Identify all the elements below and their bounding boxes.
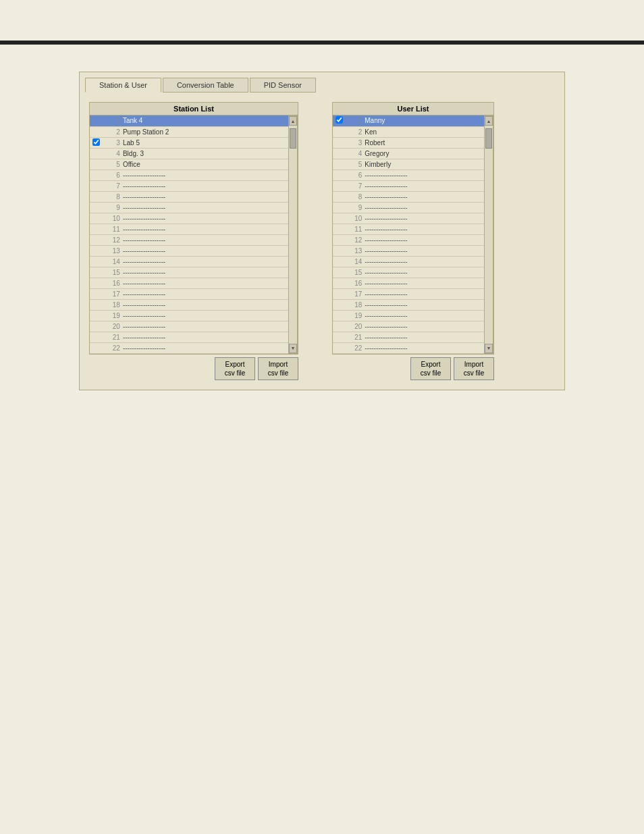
station-row-9[interactable]: 9-------------------: [90, 202, 288, 213]
user-row-9[interactable]: 9-------------------: [333, 202, 484, 213]
user-scroll-down[interactable]: ▼: [485, 344, 493, 353]
user-row-14[interactable]: 14-------------------: [333, 256, 484, 267]
station-scroll-track: [289, 126, 297, 344]
user-row-num-21: 21: [346, 332, 363, 342]
user-row-num-10: 10: [346, 213, 363, 224]
user-row-20[interactable]: 20-------------------: [333, 321, 484, 332]
station-scroll-up[interactable]: ▲: [289, 116, 297, 126]
user-row-10[interactable]: 10-------------------: [333, 213, 484, 224]
station-row-13[interactable]: 13-------------------: [90, 245, 288, 256]
user-buttons: Exportcsv file Importcsv file: [332, 357, 494, 380]
user-checkbox-cell-1: [333, 115, 346, 126]
user-row-name-11: -------------------: [363, 224, 484, 234]
user-row-5[interactable]: 5Kimberly: [333, 159, 484, 170]
station-row-name-19: -------------------: [122, 310, 288, 321]
station-row-12[interactable]: 12-------------------: [90, 234, 288, 245]
user-row-4[interactable]: 4Gregory: [333, 148, 484, 159]
user-row-7[interactable]: 7-------------------: [333, 180, 484, 191]
station-row-21[interactable]: 21-------------------: [90, 332, 288, 342]
user-row-13[interactable]: 13-------------------: [333, 245, 484, 256]
station-row-5[interactable]: 5Office: [90, 159, 288, 170]
user-row-17[interactable]: 17-------------------: [333, 288, 484, 299]
station-list-body: 1Tank 42Pump Station 23Lab 54Bldg. 35Off…: [90, 115, 298, 354]
user-row-6[interactable]: 6-------------------: [333, 170, 484, 180]
user-row-18[interactable]: 18-------------------: [333, 299, 484, 310]
user-checkbox-cell-7: [333, 180, 346, 191]
user-row-11[interactable]: 11-------------------: [333, 224, 484, 234]
station-row-6[interactable]: 6-------------------: [90, 170, 288, 180]
station-row-7[interactable]: 7-------------------: [90, 180, 288, 191]
user-checkbox-cell-15: [333, 267, 346, 278]
user-import-button[interactable]: Importcsv file: [454, 357, 494, 380]
station-checkbox-cell-6: [90, 170, 103, 180]
station-row-num-15: 15: [103, 267, 122, 278]
station-row-22[interactable]: 22-------------------: [90, 342, 288, 353]
user-row-name-7: -------------------: [363, 180, 484, 191]
station-row-19[interactable]: 19-------------------: [90, 310, 288, 321]
station-row-8[interactable]: 8-------------------: [90, 191, 288, 202]
station-row-num-3: 3: [103, 137, 122, 148]
user-row-3[interactable]: 3Robert: [333, 137, 484, 148]
user-row-name-2: Ken: [363, 126, 484, 137]
user-scrollbar[interactable]: ▲ ▼: [484, 115, 493, 354]
station-row-16[interactable]: 16-------------------: [90, 278, 288, 288]
user-row-num-14: 14: [346, 256, 363, 267]
user-checkbox-1[interactable]: [336, 116, 343, 124]
station-row-num-20: 20: [103, 321, 122, 332]
station-import-button[interactable]: Importcsv file: [258, 357, 298, 380]
tab-station-user[interactable]: Station & User: [85, 78, 161, 93]
station-checkbox-3[interactable]: [92, 138, 100, 146]
user-row-8[interactable]: 8-------------------: [333, 191, 484, 202]
user-row-num-6: 6: [346, 170, 363, 180]
user-checkbox-cell-9: [333, 202, 346, 213]
station-checkbox-cell-11: [90, 224, 103, 234]
user-row-1[interactable]: 1Manny: [333, 115, 484, 126]
station-row-num-14: 14: [103, 256, 122, 267]
tab-pid-sensor[interactable]: PID Sensor: [250, 78, 316, 93]
user-row-21[interactable]: 21-------------------: [333, 332, 484, 342]
user-row-name-15: -------------------: [363, 267, 484, 278]
station-row-14[interactable]: 14-------------------: [90, 256, 288, 267]
user-scroll-up[interactable]: ▲: [485, 116, 493, 126]
user-checkbox-cell-14: [333, 256, 346, 267]
station-row-name-2: Pump Station 2: [122, 126, 288, 137]
station-list-container: Station List 1Tank 42Pump Station 23Lab …: [89, 102, 298, 355]
user-row-22[interactable]: 22-------------------: [333, 342, 484, 353]
user-checkbox-cell-11: [333, 224, 346, 234]
station-row-3[interactable]: 3Lab 5: [90, 137, 288, 148]
user-row-19[interactable]: 19-------------------: [333, 310, 484, 321]
station-row-17[interactable]: 17-------------------: [90, 288, 288, 299]
station-row-name-1: Tank 4: [122, 115, 288, 126]
station-row-num-5: 5: [103, 159, 122, 170]
station-row-2[interactable]: 2Pump Station 2: [90, 126, 288, 137]
user-checkbox-cell-16: [333, 278, 346, 288]
station-row-name-3: Lab 5: [122, 137, 288, 148]
user-row-16[interactable]: 16-------------------: [333, 278, 484, 288]
station-row-11[interactable]: 11-------------------: [90, 224, 288, 234]
station-row-4[interactable]: 4Bldg. 3: [90, 148, 288, 159]
station-row-20[interactable]: 20-------------------: [90, 321, 288, 332]
user-export-button[interactable]: Exportcsv file: [410, 357, 451, 380]
station-scrollbar[interactable]: ▲ ▼: [288, 115, 298, 354]
station-export-button[interactable]: Exportcsv file: [215, 357, 255, 380]
user-row-num-9: 9: [346, 202, 363, 213]
user-checkbox-cell-12: [333, 234, 346, 245]
station-checkbox-cell-4: [90, 148, 103, 159]
station-row-18[interactable]: 18-------------------: [90, 299, 288, 310]
user-row-15[interactable]: 15-------------------: [333, 267, 484, 278]
station-row-15[interactable]: 15-------------------: [90, 267, 288, 278]
tab-conversion-table[interactable]: Conversion Table: [163, 78, 248, 93]
user-list-header: User List: [333, 103, 493, 115]
user-row-num-11: 11: [346, 224, 363, 234]
user-row-12[interactable]: 12-------------------: [333, 234, 484, 245]
station-row-10[interactable]: 10-------------------: [90, 213, 288, 224]
station-scroll-down[interactable]: ▼: [289, 344, 297, 353]
station-row-name-9: -------------------: [122, 202, 288, 213]
station-row-name-18: -------------------: [122, 299, 288, 310]
user-row-num-18: 18: [346, 299, 363, 310]
station-row-1[interactable]: 1Tank 4: [90, 115, 288, 126]
user-row-2[interactable]: 2Ken: [333, 126, 484, 137]
user-row-num-4: 4: [346, 148, 363, 159]
user-row-name-8: -------------------: [363, 191, 484, 202]
user-row-num-19: 19: [346, 310, 363, 321]
